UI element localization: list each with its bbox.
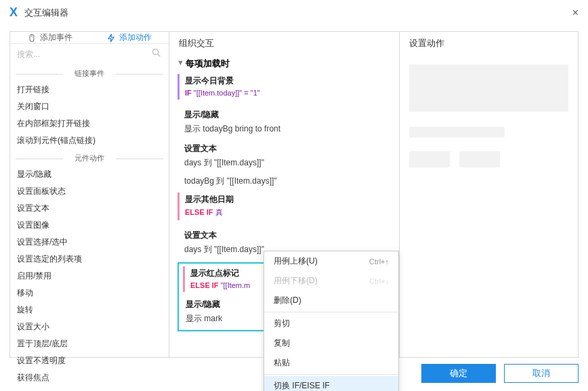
- context-menu-item: 用例下移(D)Ctrl+↓: [264, 271, 398, 291]
- action-list-item[interactable]: 设置选定的列表项: [10, 251, 169, 268]
- action-list-item[interactable]: 旋转: [10, 302, 169, 318]
- action-list-item[interactable]: 设置图像: [10, 217, 169, 234]
- config-title: 设置动作: [409, 37, 568, 49]
- action-list-item[interactable]: 设置文本: [10, 200, 169, 217]
- case-show-other-date[interactable]: 显示其他日期 ELSE IF 真: [177, 192, 391, 220]
- tab-add-action[interactable]: 添加动作: [89, 32, 169, 43]
- context-menu-shortcut: Ctrl+↓: [369, 277, 389, 285]
- action-list-item[interactable]: 置于顶层/底层: [10, 335, 169, 352]
- search-icon[interactable]: [151, 47, 162, 61]
- case-title: 显示今日背景: [185, 75, 391, 87]
- window-title: 交互编辑器: [24, 7, 68, 19]
- action-list-item[interactable]: 获得焦点: [10, 369, 169, 386]
- context-menu-shortcut: Ctrl+↑: [369, 258, 389, 266]
- tab-add-event[interactable]: 添加事件: [10, 32, 89, 43]
- menu-separator: [264, 374, 398, 375]
- context-menu-label: 剪切: [274, 318, 290, 329]
- case-title: 显示其他日期: [185, 194, 391, 205]
- search-row: [10, 43, 169, 64]
- action-list-item[interactable]: 滚动到元件(锚点链接): [10, 132, 169, 149]
- action-title[interactable]: 设置文本: [177, 227, 391, 243]
- context-menu-label: 粘贴: [274, 357, 290, 369]
- case-show-today-bg[interactable]: 显示今日背景 IF "[[Item.today]]" = "1": [177, 74, 391, 100]
- app-logo-icon: X: [9, 5, 18, 20]
- right-panel: 设置动作: [400, 31, 579, 358]
- action-detail: todayBg 到 "[[Item.days]]": [177, 174, 391, 192]
- action-list-item[interactable]: 设置面板状态: [10, 183, 169, 200]
- section-widget-actions: 元件动作: [10, 153, 169, 163]
- organize-title: 组织交互: [177, 37, 391, 49]
- context-menu-item[interactable]: 用例上移(U)Ctrl+↑: [264, 251, 398, 271]
- placeholder-block: [409, 64, 568, 112]
- chevron-down-icon[interactable]: ▼: [177, 58, 184, 66]
- case-condition: IF "[[Item.today]]" = "1": [185, 89, 391, 97]
- cancel-button[interactable]: 取消: [504, 364, 579, 383]
- context-menu-item[interactable]: 删除(D): [264, 291, 398, 310]
- context-menu-label: 切换 IF/EISE IF: [274, 380, 330, 391]
- context-menu-item[interactable]: 粘贴: [264, 353, 398, 373]
- left-panel: 添加事件 添加动作 链接事件 打开链接关闭窗口在内部框架打开链接滚动到元件(锚点…: [9, 31, 169, 358]
- context-menu-item[interactable]: 切换 IF/EISE IF: [264, 376, 398, 391]
- mouse-icon: [27, 33, 37, 43]
- context-menu: 用例上移(U)Ctrl+↑用例下移(D)Ctrl+↓删除(D)剪切复制粘贴切换 …: [264, 251, 399, 391]
- context-menu-label: 用例下移(D): [274, 275, 318, 287]
- action-list-item[interactable]: 移动: [10, 285, 169, 302]
- titlebar: X 交互编辑器 ×: [0, 0, 588, 26]
- close-icon[interactable]: ×: [572, 7, 579, 19]
- action-list-item[interactable]: 显示/隐藏: [10, 166, 169, 183]
- ok-button[interactable]: 确定: [421, 364, 496, 383]
- tab-add-action-label: 添加动作: [119, 32, 152, 43]
- context-menu-label: 复制: [274, 337, 290, 349]
- section-link-events: 链接事件: [10, 68, 169, 79]
- placeholder-line: [409, 127, 505, 138]
- footer: 确定 取消: [421, 364, 579, 383]
- case-condition: ELSE IF 真: [185, 207, 391, 218]
- tab-add-event-label: 添加事件: [40, 32, 72, 43]
- svg-point-2: [153, 49, 159, 55]
- action-detail: 显示 todayBg bring to front: [177, 122, 391, 140]
- placeholder-button: [409, 151, 450, 167]
- action-list-item[interactable]: 设置不透明度: [10, 352, 169, 369]
- context-menu-item[interactable]: 复制: [264, 333, 398, 353]
- action-list-item[interactable]: 设置大小: [10, 318, 169, 335]
- search-input[interactable]: [14, 46, 165, 62]
- menu-separator: [264, 312, 398, 312]
- action-detail: days 到 "[[Item.days]]": [177, 156, 391, 174]
- action-list-item[interactable]: 打开链接: [10, 81, 169, 98]
- svg-line-3: [158, 54, 161, 57]
- action-list-item[interactable]: 关闭窗口: [10, 98, 169, 115]
- context-menu-label: 删除(D): [274, 295, 301, 306]
- context-menu-item[interactable]: 剪切: [264, 314, 398, 333]
- action-list-item[interactable]: 在内部框架打开链接: [10, 115, 169, 132]
- lightning-icon: [106, 33, 116, 43]
- action-title[interactable]: 设置文本: [177, 140, 391, 156]
- context-menu-label: 用例上移(U): [274, 255, 318, 267]
- event-root[interactable]: ▼ 每项加载时: [177, 56, 391, 74]
- event-root-label: 每项加载时: [186, 58, 230, 68]
- action-title[interactable]: 显示/隐藏: [177, 106, 391, 122]
- action-list-item[interactable]: 启用/禁用: [10, 268, 169, 285]
- placeholder-button: [459, 151, 500, 167]
- action-list-item[interactable]: 设置选择/选中: [10, 234, 169, 251]
